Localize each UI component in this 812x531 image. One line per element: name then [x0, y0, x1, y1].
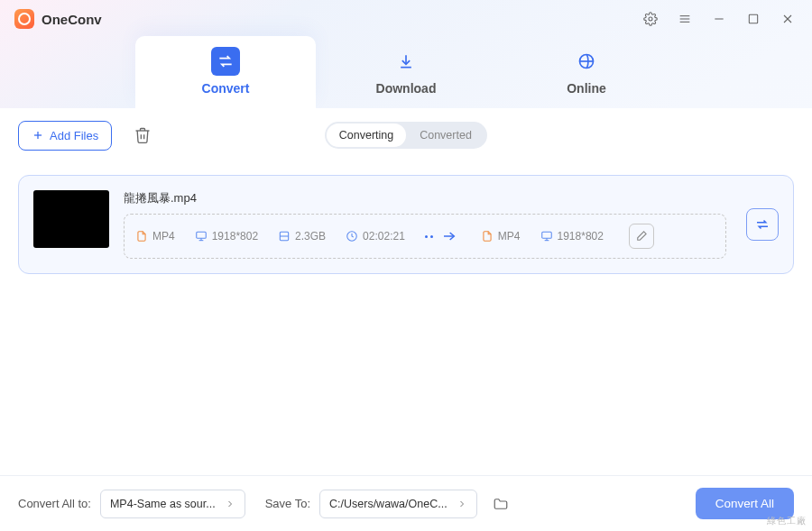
convert-all-to-select[interactable]: MP4-Same as sour... — [100, 490, 245, 518]
target-format-chip: MP4 — [481, 230, 521, 243]
segment-converted[interactable]: Converted — [406, 124, 485, 147]
source-resolution-chip: 1918*802 — [195, 230, 258, 243]
file-thumbnail — [33, 190, 109, 248]
bottom-bar: Convert All to: MP4-Same as sour... Save… — [0, 475, 812, 531]
window-controls — [635, 5, 803, 32]
file-icon — [481, 230, 494, 243]
file-item: 龍捲風暴.mp4 MP4 1918*802 2.3GB 02:02:21 — [18, 175, 794, 274]
file-convert-button[interactable] — [746, 208, 779, 241]
toolbar: Add Files Converting Converted — [0, 108, 812, 162]
tab-online[interactable]: Online — [496, 36, 677, 108]
status-segmented-control: Converting Converted — [325, 122, 487, 149]
menu-button[interactable] — [669, 5, 700, 32]
download-icon — [392, 47, 420, 76]
source-resolution-value: 1918*802 — [212, 230, 258, 243]
delete-button[interactable] — [126, 119, 159, 151]
tab-convert-label: Convert — [202, 81, 250, 96]
conversion-arrow — [425, 229, 461, 243]
source-format-chip: MP4 — [135, 230, 175, 243]
gear-icon — [643, 12, 658, 26]
arrow-right-icon — [438, 229, 461, 243]
source-size-value: 2.3GB — [295, 230, 326, 243]
tab-download[interactable]: Download — [316, 36, 496, 108]
clock-icon — [346, 230, 358, 243]
minimize-icon — [712, 12, 726, 26]
monitor-icon — [540, 230, 553, 243]
monitor-icon — [195, 230, 208, 243]
add-files-button[interactable]: Add Files — [18, 121, 112, 151]
edit-icon — [634, 230, 648, 243]
svg-point-0 — [649, 17, 652, 21]
file-info-panel: MP4 1918*802 2.3GB 02:02:21 — [124, 214, 726, 259]
segment-converting[interactable]: Converting — [327, 124, 406, 147]
convert-all-to-value: MP4-Same as sour... — [110, 498, 216, 510]
save-to-select[interactable]: C:/Users/wawa/OneC... — [319, 490, 477, 518]
maximize-button[interactable] — [738, 5, 769, 32]
logo-icon — [14, 9, 34, 29]
settings-button[interactable] — [635, 5, 666, 32]
file-icon — [135, 230, 148, 243]
svg-rect-18 — [541, 232, 551, 238]
minimize-button[interactable] — [704, 5, 734, 32]
save-to-value: C:/Users/wawa/OneC... — [329, 498, 448, 510]
main-tabs: Convert Download Online — [0, 38, 812, 108]
tab-convert[interactable]: Convert — [135, 36, 316, 108]
open-folder-button[interactable] — [486, 490, 515, 518]
svg-rect-11 — [196, 232, 206, 238]
tab-download-label: Download — [376, 81, 437, 96]
save-to-label: Save To: — [265, 497, 310, 510]
file-name: 龍捲風暴.mp4 — [124, 190, 726, 206]
folder-icon — [493, 496, 509, 512]
storage-icon — [278, 230, 291, 243]
swap-icon — [754, 216, 770, 233]
add-files-label: Add Files — [50, 129, 98, 142]
convert-icon — [211, 47, 240, 76]
close-icon — [780, 12, 795, 26]
title-bar: OneConv — [0, 0, 812, 38]
convert-all-button[interactable]: Convert All — [696, 488, 794, 519]
menu-icon — [678, 12, 692, 26]
target-format-value: MP4 — [498, 230, 521, 243]
convert-all-to-label: Convert All to: — [18, 497, 91, 510]
tab-online-label: Online — [567, 81, 606, 96]
source-duration-chip: 02:02:21 — [346, 230, 405, 243]
trash-icon — [134, 126, 152, 144]
plus-icon — [32, 129, 44, 142]
svg-rect-5 — [749, 14, 757, 23]
file-list: 龍捲風暴.mp4 MP4 1918*802 2.3GB 02:02:21 — [0, 162, 812, 475]
chevron-right-icon — [457, 499, 467, 509]
online-icon — [572, 47, 601, 76]
source-format-value: MP4 — [152, 230, 175, 243]
app-title: OneConv — [42, 12, 102, 27]
chevron-right-icon — [225, 499, 235, 509]
maximize-icon — [746, 12, 761, 26]
app-logo: OneConv — [14, 9, 102, 29]
source-duration-value: 02:02:21 — [363, 230, 405, 243]
close-button[interactable] — [772, 5, 803, 32]
target-resolution-value: 1918*802 — [558, 230, 604, 243]
edit-target-button[interactable] — [629, 224, 654, 249]
target-resolution-chip: 1918*802 — [540, 230, 604, 243]
source-size-chip: 2.3GB — [278, 230, 326, 243]
